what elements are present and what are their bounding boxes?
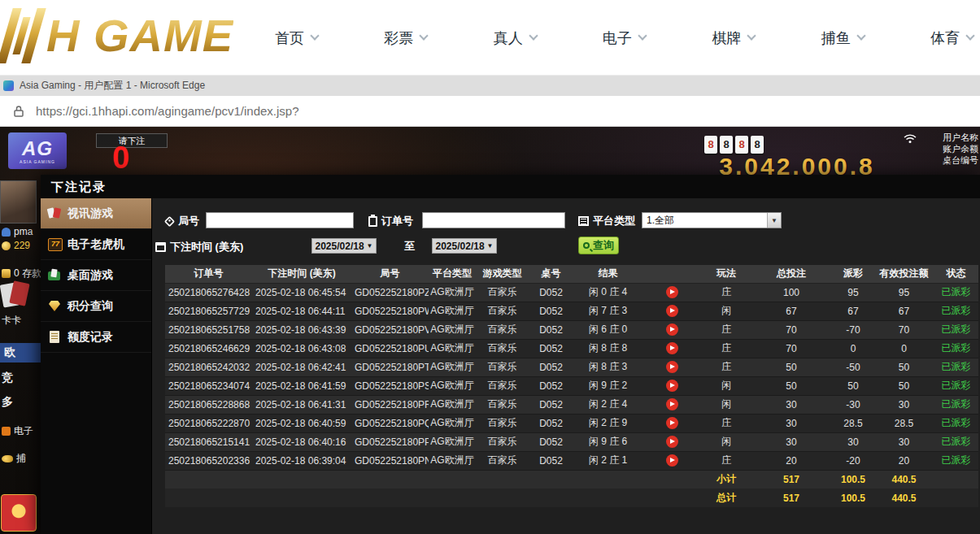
cell-valid: 20 — [874, 451, 934, 470]
nav-item[interactable]: 首页 — [275, 28, 318, 48]
cell-round: GD052252180PW — [351, 302, 429, 320]
summary-bet: 517 — [751, 488, 832, 507]
column-header: 下注时间 (美东) — [252, 265, 351, 283]
info-label: 桌台编号 — [943, 154, 978, 166]
cell-result: 闲 8 庄 8 — [573, 339, 642, 358]
cell-order: 250218065202336 — [165, 451, 252, 470]
lobby-side-item[interactable]: 欧 — [0, 343, 41, 363]
cell-round: GD052252180PV — [351, 320, 429, 339]
date-from-picker[interactable]: 2025/02/18▼ — [311, 238, 377, 254]
modal-content: 局号 订单号 平台类型 1.全部 ▼ — [152, 198, 980, 534]
order-input[interactable] — [422, 212, 565, 228]
cell-valid: 30 — [874, 432, 934, 451]
modal-menu-item[interactable]: 额度记录 — [41, 322, 151, 353]
cell-valid: 50 — [874, 376, 934, 395]
lobby-side-item[interactable]: 捕 — [2, 452, 26, 466]
browser-urlbar[interactable]: https://gci.1hhapi.com/agingame/pcv1/ind… — [0, 96, 980, 127]
date-to-picker[interactable]: 2025/02/18▼ — [432, 238, 497, 254]
cell-method: 庄 — [702, 283, 751, 302]
bet-time-label: 下注时间 (美东) — [155, 239, 243, 255]
play-button[interactable] — [666, 323, 678, 336]
play-button[interactable] — [666, 286, 678, 298]
cell-game: 百家乐 — [476, 376, 529, 395]
round-input[interactable] — [206, 212, 354, 228]
cell-game: 百家乐 — [476, 414, 529, 432]
lobby-side-item[interactable]: pma — [2, 226, 33, 237]
user-avatar[interactable] — [0, 180, 37, 224]
lobby-side-item[interactable]: 0 存款 — [2, 267, 41, 280]
cell-valid: 67 — [874, 302, 934, 320]
lobby-side-item[interactable]: 竞 — [2, 371, 13, 385]
cell-platform: AG欧洲厅 — [429, 339, 476, 358]
lobby-side-item[interactable]: 多 — [2, 395, 13, 410]
cell-platform: AG欧洲厅 — [429, 414, 476, 432]
platform-label: 平台类型 — [578, 213, 635, 229]
column-header — [642, 265, 702, 283]
promo-badge[interactable] — [1, 494, 37, 532]
cell-time: 2025-02-18 06:43:08 — [252, 339, 351, 358]
modal-menu-item[interactable]: 视讯游戏 — [41, 198, 151, 229]
cell-payout: 28.5 — [832, 414, 874, 432]
modal-menu-item-label: 视讯游戏 — [68, 206, 113, 221]
cell-play — [642, 395, 702, 414]
cell-play — [642, 283, 702, 302]
url-text[interactable]: https://gci.1hhapi.com/agingame/pcv1/ind… — [36, 104, 299, 118]
nav-item[interactable]: 体育 — [930, 28, 973, 48]
nav-item[interactable]: 真人 — [494, 28, 537, 48]
cell-time: 2025-02-18 06:43:39 — [252, 320, 351, 339]
cell-time: 2025-02-18 06:42:41 — [252, 358, 351, 376]
cell-method: 庄 — [702, 339, 751, 358]
lobby-side-item-label: 竞 — [2, 371, 13, 385]
lobby-side-item[interactable]: 卡卡 — [2, 314, 21, 328]
platform-label-text: 平台类型 — [593, 214, 635, 228]
search-button[interactable]: 查询 — [578, 237, 619, 254]
cell-bet: 30 — [751, 414, 832, 432]
lobby-side-item[interactable]: 电子 — [2, 424, 33, 438]
column-header: 派彩 — [832, 265, 874, 283]
nav-item[interactable]: 棋牌 — [712, 28, 755, 48]
cell-game: 百家乐 — [476, 358, 529, 376]
calendar-icon — [155, 242, 166, 252]
nav-item[interactable]: 彩票 — [384, 28, 427, 48]
modal-menu-item[interactable]: 积分查询 — [41, 291, 151, 322]
cell-platform: AG欧洲厅 — [429, 395, 476, 414]
play-button[interactable] — [666, 398, 678, 410]
cell-status: 已派彩 — [934, 451, 978, 470]
table-footer: 小计517100.5440.5总计517100.5440.5 — [165, 470, 978, 507]
cell-order: 250218065222870 — [165, 414, 252, 432]
cell-platform: AG欧洲厅 — [429, 358, 476, 376]
modal-menu-item[interactable]: 电子老虎机 — [41, 229, 151, 260]
play-button[interactable] — [666, 361, 678, 373]
cell-result: 闲 6 庄 0 — [573, 320, 642, 339]
ag-logo: AG ASIA GAMING — [8, 132, 67, 169]
play-button[interactable] — [666, 436, 678, 448]
play-button[interactable] — [666, 417, 678, 429]
cell-method: 闲 — [702, 302, 751, 320]
play-button[interactable] — [666, 305, 678, 317]
lobby-side-item[interactable]: 229 — [2, 240, 30, 251]
platform-select[interactable]: 1.全部 ▼ — [642, 212, 782, 228]
summary-label: 小计 — [702, 470, 751, 488]
fish-icon — [2, 455, 13, 462]
cell-result: 闲 9 庄 2 — [573, 376, 642, 395]
cell-valid: 28.5 — [874, 414, 934, 432]
cell-method: 闲 — [702, 432, 751, 451]
modal-menu-item[interactable]: 桌面游戏 — [41, 260, 151, 291]
cell-result: 闲 0 庄 4 — [573, 283, 642, 302]
play-button[interactable] — [666, 454, 678, 467]
cell-payout: 50 — [832, 376, 874, 395]
table-row: 2502180652466292025-02-18 06:43:08GD0522… — [165, 339, 978, 358]
play-button[interactable] — [666, 380, 678, 392]
bet-time-label-text: 下注时间 (美东) — [170, 240, 243, 254]
nav-item[interactable]: 捕鱼 — [821, 28, 865, 48]
cell-bet: 50 — [751, 376, 832, 395]
cell-payout: 30 — [832, 432, 874, 451]
cell-status: 已派彩 — [934, 432, 978, 451]
site-logo[interactable]: H GAME — [5, 8, 233, 63]
nav-item[interactable]: 电子 — [603, 28, 646, 48]
cell-status: 已派彩 — [934, 320, 978, 339]
cell-time: 2025-02-18 06:44:11 — [252, 302, 351, 320]
lobby-side-item-label: 卡卡 — [2, 314, 21, 328]
play-button[interactable] — [666, 342, 678, 354]
nav-item-label: 体育 — [930, 28, 960, 48]
